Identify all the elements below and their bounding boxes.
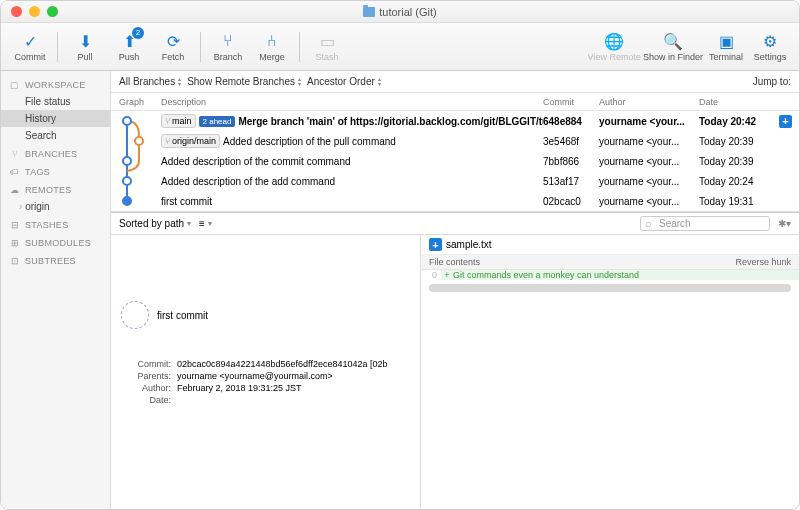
- pull-icon: ⬇: [75, 31, 95, 51]
- branch-icon: ⑂: [9, 148, 21, 160]
- file-section: File contents: [429, 257, 480, 267]
- commit-detail: first commit Commit:02bcac0c894a4221448b…: [111, 235, 421, 509]
- commit-subject: first commit: [157, 310, 208, 321]
- jump-to-label[interactable]: Jump to:: [753, 76, 791, 87]
- separator: [200, 32, 201, 62]
- merge-icon: ⑃: [262, 31, 282, 51]
- stash-icon: ⊟: [9, 219, 21, 231]
- pull-button[interactable]: ⬇Pull: [64, 25, 106, 69]
- detail-toolbar: Sorted by path▾ ≡▾ Search ✱▾: [111, 213, 799, 235]
- cloud-icon: ☁: [9, 184, 21, 196]
- terminal-button[interactable]: ▣Terminal: [705, 25, 747, 69]
- col-date[interactable]: Date: [699, 97, 779, 107]
- sidebar-item-file-status[interactable]: File status: [1, 93, 110, 110]
- sidebar-item-history[interactable]: History: [1, 110, 110, 127]
- order-filter[interactable]: Ancestor Order▴▾: [307, 76, 381, 87]
- stash-icon: ▭: [317, 31, 337, 51]
- chevron-down-icon: ▾: [208, 219, 212, 228]
- stepper-icon: ▴▾: [298, 77, 301, 87]
- branch-icon: ⑂: [218, 31, 238, 51]
- commit-date: [177, 395, 410, 405]
- push-button[interactable]: ⬆2Push: [108, 25, 150, 69]
- stash-button[interactable]: ▭Stash: [306, 25, 348, 69]
- fetch-icon: ⟳: [163, 31, 183, 51]
- chevron-right-icon: ›: [19, 201, 22, 212]
- show-in-finder-button[interactable]: 🔍Show in Finder: [643, 25, 703, 69]
- plus-marker: +: [441, 270, 453, 280]
- ref-origin-main[interactable]: ⑂origin/main: [161, 134, 220, 148]
- commit-hash: 02bcac0c894a4221448bd56ef6dff2ece841042a…: [177, 359, 410, 369]
- col-description[interactable]: Description: [161, 97, 543, 107]
- branch-button[interactable]: ⑂Branch: [207, 25, 249, 69]
- col-graph[interactable]: Graph: [111, 97, 161, 107]
- commit-author: February 2, 2018 19:31:25 JST: [177, 383, 410, 393]
- tag-icon: 🏷: [9, 166, 21, 178]
- avatar: [121, 301, 149, 329]
- remote-branches-filter[interactable]: Show Remote Branches▴▾: [187, 76, 301, 87]
- push-badge: 2: [132, 27, 144, 39]
- commit-row[interactable]: Added description of the add command 513…: [111, 171, 799, 191]
- sidebar-section-branches[interactable]: ⑂BRANCHES: [1, 144, 110, 162]
- separator: [299, 32, 300, 62]
- sidebar-item-origin[interactable]: › origin: [1, 198, 110, 215]
- commit-list: Graph Description Commit Author Date: [111, 93, 799, 212]
- col-author[interactable]: Author: [599, 97, 699, 107]
- col-commit[interactable]: Commit: [543, 97, 599, 107]
- commit-button[interactable]: ✓Commit: [9, 25, 51, 69]
- stepper-icon: ▴▾: [178, 77, 181, 87]
- added-file-icon: +: [429, 238, 442, 251]
- branch-icon: ⑂: [165, 116, 170, 126]
- fetch-button[interactable]: ⟳Fetch: [152, 25, 194, 69]
- globe-icon: 🌐: [604, 31, 624, 51]
- commit-header: Graph Description Commit Author Date: [111, 93, 799, 111]
- sidebar-section-stashes[interactable]: ⊟STASHES: [1, 215, 110, 233]
- list-mode[interactable]: ≡▾: [199, 218, 212, 229]
- settings-button[interactable]: ⚙Settings: [749, 25, 791, 69]
- sidebar-section-subtrees[interactable]: ⊡SUBTREES: [1, 251, 110, 269]
- commit-parents: yourname <yourname@yourmail.com>: [177, 371, 410, 381]
- terminal-icon: ▣: [716, 31, 736, 51]
- separator: [57, 32, 58, 62]
- sidebar-section-tags[interactable]: 🏷TAGS: [1, 162, 110, 180]
- titlebar: tutorial (Git): [1, 1, 799, 23]
- list-icon: ≡: [199, 218, 205, 229]
- commit-row[interactable]: ⑂main2 aheadMerge branch 'main' of https…: [111, 111, 799, 131]
- diff-line[interactable]: 0+Git commands even a monkey can underst…: [421, 270, 799, 280]
- sidebar-section-submodules[interactable]: ⊞SUBMODULES: [1, 233, 110, 251]
- workspace-icon: ▢: [9, 79, 21, 91]
- toolbar: ✓Commit ⬇Pull ⬆2Push ⟳Fetch ⑂Branch ⑃Mer…: [1, 23, 799, 71]
- add-icon[interactable]: +: [779, 115, 792, 128]
- commit-row[interactable]: Added description of the commit command …: [111, 151, 799, 171]
- merge-button[interactable]: ⑃Merge: [251, 25, 293, 69]
- reverse-hunk-button[interactable]: Reverse hunk: [735, 257, 791, 267]
- options-button[interactable]: ✱▾: [778, 218, 791, 229]
- sidebar-section-remotes[interactable]: ☁REMOTES: [1, 180, 110, 198]
- view-remote-button[interactable]: 🌐View Remote: [588, 25, 641, 69]
- sidebar-item-search[interactable]: Search: [1, 127, 110, 144]
- sort-selector[interactable]: Sorted by path▾: [119, 218, 191, 229]
- detail-pane: Sorted by path▾ ≡▾ Search ✱▾ first commi…: [111, 212, 799, 509]
- commit-icon: ✓: [20, 31, 40, 51]
- branch-icon: ⑂: [165, 136, 170, 146]
- folder-icon: [363, 7, 375, 17]
- branches-filter[interactable]: All Branches▴▾: [119, 76, 181, 87]
- gear-icon: ⚙: [760, 31, 780, 51]
- ref-main[interactable]: ⑂main: [161, 114, 196, 128]
- stepper-icon: ▴▾: [378, 77, 381, 87]
- finder-icon: 🔍: [663, 31, 683, 51]
- scrollbar[interactable]: [429, 284, 791, 292]
- sidebar-section-workspace[interactable]: ▢WORKSPACE: [1, 75, 110, 93]
- chevron-down-icon: ▾: [187, 219, 191, 228]
- filter-bar: All Branches▴▾ Show Remote Branches▴▾ An…: [111, 71, 799, 93]
- sidebar: ▢WORKSPACE File status History Search ⑂B…: [1, 71, 111, 509]
- file-header[interactable]: +sample.txt: [421, 235, 799, 255]
- file-diff: +sample.txt File contentsReverse hunk 0+…: [421, 235, 799, 509]
- subtree-icon: ⊡: [9, 255, 21, 267]
- submodule-icon: ⊞: [9, 237, 21, 249]
- window-title: tutorial (Git): [379, 6, 436, 18]
- commit-row[interactable]: ⑂origin/mainAdded description of the pul…: [111, 131, 799, 151]
- ahead-badge: 2 ahead: [199, 116, 236, 127]
- commit-row[interactable]: first commit 02bcac0 yourname <your... T…: [111, 191, 799, 211]
- search-input[interactable]: Search: [640, 216, 770, 231]
